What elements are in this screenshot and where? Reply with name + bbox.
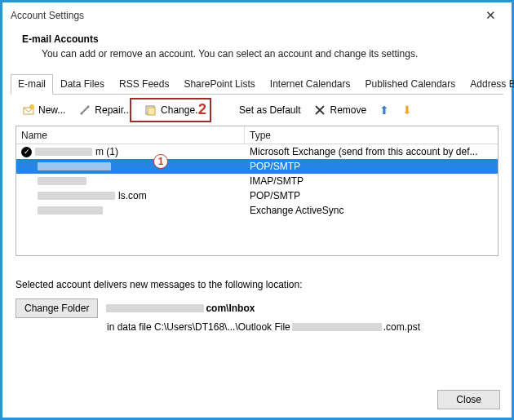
remove-label: Remove <box>330 104 366 116</box>
account-row[interactable]: Exchange ActiveSync <box>16 203 498 218</box>
arrow-up-icon: ⬆ <box>379 104 389 117</box>
redacted-name <box>35 148 92 156</box>
account-row[interactable]: ✓ m (1) Microsoft Exchange (send from th… <box>16 144 498 159</box>
col-header-type[interactable]: Type <box>245 126 498 144</box>
change-label: Change... <box>161 104 203 116</box>
close-icon: ✕ <box>485 8 496 23</box>
account-settings-window: Account Settings ✕ E-mail Accounts You c… <box>0 0 514 420</box>
account-row-selected[interactable]: POP/SMTP <box>16 159 498 174</box>
svg-rect-5 <box>148 108 155 115</box>
tab-published-calendars[interactable]: Published Calendars <box>358 74 463 95</box>
redacted-name <box>38 177 86 185</box>
row-type: POP/SMTP <box>245 190 498 201</box>
row-name-suffix: m (1) <box>95 146 118 157</box>
repair-button[interactable]: Repair... <box>73 101 136 119</box>
set-default-label: Set as Default <box>239 104 300 116</box>
arrow-down-icon: ⬇ <box>402 104 412 117</box>
remove-button[interactable]: Remove <box>308 101 371 119</box>
move-up-button[interactable]: ⬆ <box>374 101 394 119</box>
redacted-name <box>38 192 115 200</box>
close-window-button[interactable]: ✕ <box>476 6 505 25</box>
titlebar: Account Settings ✕ <box>2 2 512 29</box>
new-label: New... <box>38 104 65 116</box>
header-section: E-mail Accounts You can add or remove an… <box>2 29 512 74</box>
col-header-name[interactable]: Name <box>16 126 245 144</box>
change-icon <box>144 104 157 117</box>
change-folder-button[interactable]: Change Folder <box>16 298 98 318</box>
move-down-button[interactable]: ⬇ <box>397 101 417 119</box>
tab-rss[interactable]: RSS Feeds <box>112 74 176 95</box>
location-file-suffix: .com.pst <box>383 321 420 333</box>
header-subtitle: You can add or remove an account. You ca… <box>42 48 492 60</box>
header-title: E-mail Accounts <box>22 33 492 45</box>
close-button[interactable]: Close <box>437 390 500 409</box>
tab-email[interactable]: E-mail <box>11 74 53 95</box>
location-path-suffix: com\Inbox <box>206 303 255 314</box>
tab-internet-calendars[interactable]: Internet Calendars <box>263 74 358 95</box>
row-type: Exchange ActiveSync <box>245 205 498 216</box>
accounts-list: Name Type ✓ m (1) Microsoft Exchange (se… <box>16 126 498 256</box>
account-row[interactable]: ls.com POP/SMTP <box>16 188 498 203</box>
row-type: POP/SMTP <box>245 161 498 172</box>
footer: Close <box>437 390 500 409</box>
location-file-prefix: in data file C:\Users\DT168\...\Outlook … <box>107 321 290 333</box>
repair-icon <box>78 104 91 117</box>
redacted-name <box>38 206 103 214</box>
tabs-bar: E-mail Data Files RSS Feeds SharePoint L… <box>11 74 503 95</box>
remove-icon <box>313 104 326 117</box>
window-title: Account Settings <box>11 10 476 21</box>
svg-point-2 <box>81 113 83 115</box>
tab-address-books[interactable]: Address Books <box>463 74 514 95</box>
svg-point-1 <box>29 104 34 109</box>
row-name-suffix: ls.com <box>118 190 147 201</box>
new-icon <box>22 104 35 117</box>
toolbar: New... Repair... Change... 2 Set as Defa… <box>2 95 512 126</box>
row-type: Microsoft Exchange (send from this accou… <box>245 146 498 157</box>
account-row[interactable]: IMAP/SMTP <box>16 174 498 188</box>
location-intro: Selected account delivers new messages t… <box>16 279 498 290</box>
callout-1: 1 <box>153 154 168 169</box>
repair-label: Repair... <box>95 104 131 116</box>
redacted-path <box>106 304 204 312</box>
new-button[interactable]: New... <box>17 101 70 119</box>
row-type: IMAP/SMTP <box>245 175 498 187</box>
svg-point-3 <box>87 106 90 108</box>
list-header: Name Type <box>16 126 498 144</box>
redacted-name <box>38 162 111 170</box>
set-default-button[interactable]: Set as Default <box>234 102 305 118</box>
redacted-file <box>292 323 382 331</box>
default-check-icon: ✓ <box>21 147 32 157</box>
tab-sharepoint[interactable]: SharePoint Lists <box>176 74 262 95</box>
location-section: Selected account delivers new messages t… <box>16 279 498 333</box>
tab-datafiles[interactable]: Data Files <box>53 74 112 95</box>
change-button[interactable]: Change... <box>140 101 208 119</box>
